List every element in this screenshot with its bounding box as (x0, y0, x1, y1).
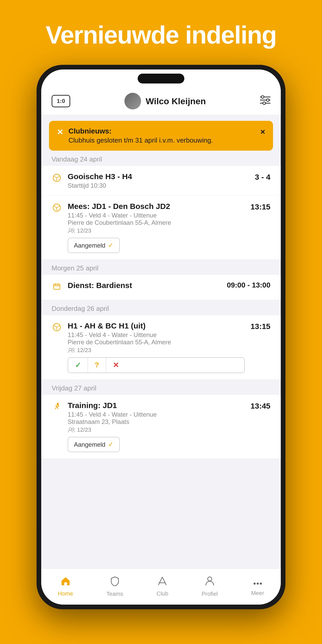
avatar-image (124, 93, 141, 109)
user-name: Wilco Kleijnen (146, 96, 206, 106)
date-header-vrijdag: Vrijdag 27 april (41, 380, 281, 395)
notification-text: Clubnieuws: Clubhuis gesloten t/m 31 apr… (68, 127, 255, 144)
event-card-h1: H1 - AH & BC H1 (uit) 11:45 - Veld 4 - W… (41, 315, 281, 380)
svg-point-10 (72, 348, 74, 350)
event-location-h1: Pierre de Coubertinlaan 55-A, Almere (68, 339, 245, 346)
nav-label-teams: Teams (107, 591, 123, 597)
camera-pill (138, 74, 184, 83)
training-icon (52, 402, 62, 414)
scroll-content: Vandaag 24 april Gooische H3 - H4 Startt… (41, 151, 281, 568)
event-sub-mees: 11:45 - Veld 4 - Water - Uittenue (68, 212, 245, 219)
svg-line-15 (162, 577, 166, 585)
svg-point-5 (263, 102, 265, 104)
filter-icon[interactable] (260, 95, 270, 107)
response-buttons-h1: ✓ ? ✕ (68, 357, 245, 373)
event-time-h1: 13:15 (250, 322, 270, 331)
event-score-gooische: 3 - 4 (255, 173, 270, 181)
notification-x-icon: ✕ (57, 128, 63, 137)
event-card-bardienst: Dienst: Bardienst 09:00 - 13:00 (41, 275, 281, 300)
event-time-training: 13:45 (250, 402, 270, 410)
notification-close-button[interactable]: × (260, 127, 265, 137)
resp-no-button[interactable]: ✕ (106, 358, 125, 373)
resp-yes-button[interactable]: ✓ (68, 358, 88, 373)
aangemeld-button-mees[interactable]: Aangemeld ✓ (68, 238, 120, 253)
teams-icon (110, 576, 120, 589)
svg-point-18 (254, 583, 256, 585)
page-background: Vernieuwde indeling 1:0 Wilco Kleijnen (37, 0, 285, 609)
date-header-vandaag: Vandaag 24 april (41, 151, 281, 166)
home-icon (60, 576, 71, 588)
phone-top-bar (41, 69, 281, 88)
bottom-navigation: Home Teams (41, 568, 281, 605)
svg-point-3 (261, 96, 264, 98)
svg-point-4 (267, 99, 269, 101)
players-count-training: 12/23 (77, 426, 91, 433)
phone-frame: 1:0 Wilco Kleijnen (37, 65, 285, 609)
svg-point-7 (72, 229, 74, 231)
nav-item-teams[interactable]: Teams (107, 576, 123, 597)
event-time-bardienst: 09:00 - 13:00 (227, 281, 270, 289)
match-icon-2 (52, 203, 62, 214)
svg-point-20 (260, 583, 262, 585)
club-icon (157, 576, 167, 588)
players-count-mees: 12/23 (77, 227, 91, 234)
event-card-gooische: Gooische H3 - H4 Starttijd 10:30 3 - 4 (41, 166, 281, 196)
user-info: Wilco Kleijnen (124, 93, 206, 109)
nav-item-home[interactable]: Home (58, 576, 73, 597)
event-players-training: 12/23 (68, 426, 245, 433)
event-sub-training: 11:45 - Veld 4 - Water - Uittenue (68, 411, 245, 418)
nav-label-meer: Meer (251, 590, 264, 597)
service-icon (52, 282, 62, 293)
event-title-bardienst: Dienst: Bardienst (68, 281, 221, 290)
notification-banner: ✕ Clubnieuws: Clubhuis gesloten t/m 31 a… (49, 121, 273, 151)
app-header: 1:0 Wilco Kleijnen (41, 88, 281, 115)
date-header-morgen: Morgen 25 april (41, 260, 281, 275)
event-details-gooische: Gooische H3 - H4 Starttijd 10:30 (68, 172, 249, 189)
profiel-icon (205, 576, 215, 589)
avatar (124, 93, 141, 109)
aangemeld-button-training[interactable]: Aangemeld ✓ (68, 437, 120, 452)
event-title-mees: Mees: JD1 - Den Bosch JD2 (68, 202, 245, 211)
players-count-h1: 12/23 (77, 347, 91, 354)
match-icon-3 (52, 323, 62, 334)
event-location-mees: Pierre de Coubertinlaan 55-A, Almere (68, 219, 245, 226)
svg-point-17 (208, 577, 212, 581)
resp-maybe-button[interactable]: ? (88, 358, 106, 373)
event-details-training: Training: JD1 11:45 - Veld 4 - Water - U… (68, 401, 245, 452)
event-players-mees: 12/23 (68, 227, 245, 234)
event-title-h1: H1 - AH & BC H1 (uit) (68, 321, 245, 330)
notification-title: Clubnieuws: (68, 127, 111, 135)
svg-point-13 (72, 428, 74, 430)
event-location-training: Straatnaam 23, Plaats (68, 418, 245, 425)
svg-line-14 (158, 577, 162, 585)
event-details-mees: Mees: JD1 - Den Bosch JD2 11:45 - Veld 4… (68, 202, 245, 253)
date-header-donderdag: Donderdag 26 april (41, 300, 281, 315)
nav-item-club[interactable]: Club (157, 576, 168, 597)
event-players-h1: 12/23 (68, 347, 245, 354)
page-title: Vernieuwde indeling (37, 21, 285, 49)
nav-label-home: Home (58, 590, 73, 597)
meer-icon (253, 577, 263, 588)
aangemeld-check-training: ✓ (108, 440, 114, 449)
event-card-mees: Mees: JD1 - Den Bosch JD2 11:45 - Veld 4… (41, 196, 281, 260)
phone-screen: 1:0 Wilco Kleijnen (41, 69, 281, 605)
event-card-training: Training: JD1 11:45 - Veld 4 - Water - U… (41, 395, 281, 459)
nav-item-meer[interactable]: Meer (251, 577, 264, 597)
event-sub-gooische: Starttijd 10:30 (68, 182, 249, 189)
event-details-bardienst: Dienst: Bardienst (68, 281, 221, 290)
aangemeld-check-mees: ✓ (108, 241, 114, 249)
event-sub-h1: 11:45 - Veld 4 - Water - Uittenue (68, 331, 245, 339)
event-time-mees: 13:15 (250, 202, 270, 211)
notification-body: Clubhuis gesloten t/m 31 april i.v.m. ve… (68, 136, 255, 144)
svg-point-19 (257, 583, 259, 585)
score-icon: 1:0 (52, 95, 70, 107)
event-details-h1: H1 - AH & BC H1 (uit) 11:45 - Veld 4 - W… (68, 321, 245, 373)
svg-rect-8 (54, 284, 60, 289)
nav-label-club: Club (157, 590, 168, 597)
event-title-training: Training: JD1 (68, 401, 245, 410)
nav-label-profiel: Profiel (202, 591, 218, 597)
match-icon-1 (52, 173, 62, 185)
nav-item-profiel[interactable]: Profiel (202, 576, 218, 597)
event-title-gooische: Gooische H3 - H4 (68, 172, 249, 181)
